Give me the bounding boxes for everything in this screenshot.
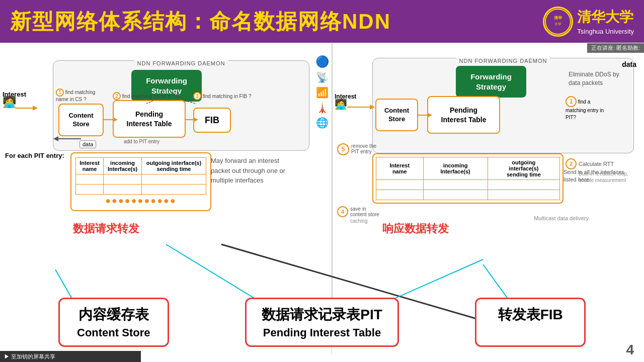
panel-separator (332, 43, 333, 335)
header: 新型网络体系结构：命名数据网络NDN 清华 大学 清华大学 Tsinghua U… (0, 0, 644, 43)
logo-circle: 清华 大学 (543, 7, 573, 37)
pit-box: 数据请求记录表PIT Pending Interest Table (245, 298, 399, 347)
status-bar: ▶ 至加钥的屏幕共享 (0, 351, 141, 362)
pit-dots: ●●●●●●●●●●● (75, 196, 206, 206)
wifi-router-icon: 📡 (316, 71, 329, 83)
svg-marker-6 (193, 117, 198, 122)
tower-icon: 📶 (316, 86, 329, 99)
status-label: ▶ 至加钥的屏幕共享 (4, 353, 55, 360)
fib-box: 转发表FIB (475, 298, 586, 347)
r-col2: incoming Interface(s) (423, 157, 488, 180)
pit-inner-right: Interest name incoming Interface(s) outg… (372, 153, 564, 204)
data-label-right: data (622, 60, 636, 68)
pit-cn: 数据请求记录表PIT (262, 305, 382, 324)
eliminate-ddos: Eliminate DDoS by data packets (569, 70, 644, 87)
red-label-left: 数据请求转发 (73, 221, 139, 236)
bluetooth-icon: 🔵 (315, 55, 329, 68)
fib-cn: 转发表FIB (492, 305, 569, 324)
step2-right: 2 Calculate RTT Built-in feedback loop, … (566, 158, 644, 184)
pit-table-outer: Interest name incoming Interface(s) outg… (70, 152, 211, 211)
person-icon-left: 🧑‍💻 (3, 96, 16, 109)
step4-label: 4 save in content store caching (337, 206, 379, 224)
pit-en: Pending Interest Table (262, 326, 382, 339)
svg-marker-10 (33, 106, 38, 111)
bottom-boxes: 内容缓存表 Content Store 数据请求记录表PIT Pending I… (0, 298, 644, 347)
content-store-box: 内容缓存表 Content Store (58, 298, 169, 347)
step5-label: 5 remove the PIT entry (337, 143, 376, 155)
content-store-cn: 内容缓存表 (75, 305, 152, 324)
step1-label: 1 find matching name in CS ? (56, 88, 95, 103)
add-to-pit: add to PIT entry (124, 139, 159, 144)
data-label-left: data (79, 140, 96, 148)
page-number: 4 (626, 342, 634, 358)
step2-sub: Built-in feedback loop, enable measureme… (579, 170, 644, 184)
step2-label: 2 find matching name in PIT (113, 92, 181, 100)
for-each-pit-label: For each PIT entry: (5, 152, 64, 159)
left-ndn-box: NDN FORWARDING DAEMON Forwarding Strateg… (53, 60, 309, 151)
caching-label: caching (350, 218, 379, 224)
red-label-right: 响应数据转发 (382, 221, 449, 236)
top-info: 正在讲座: 匿名助教: (587, 43, 644, 53)
r-col3: outgoing interface(s) sending time (488, 157, 559, 180)
right-pit-table-container: Interest name incoming Interface(s) outg… (372, 153, 564, 204)
r-col1: Interest name (376, 157, 424, 180)
icons-area: 🔵 📡 📶 🗼 🌐 (315, 55, 329, 129)
svg-marker-4 (113, 117, 118, 122)
svg-marker-12 (427, 113, 432, 118)
svg-marker-8 (53, 136, 58, 141)
left-arrows-svg (53, 61, 309, 150)
may-forward-text: May forward an interest packet out throu… (211, 156, 301, 186)
svg-point-0 (545, 9, 571, 34)
right-pit-table: Interest name incoming Interface(s) outg… (376, 157, 560, 200)
step1-right: 1 find a matching entry in PIT? (566, 96, 626, 121)
col-incoming: incoming Interface(s) (104, 158, 142, 174)
university-name: 清华大学 Tsinghua University (577, 8, 634, 35)
col-outgoing: outgoing interface(s) sending time (141, 158, 206, 174)
multicast-label: Multicast data delivery (534, 215, 589, 221)
person-icon-right: 🧑‍💻 (335, 98, 347, 110)
page-title: 新型网络体系结构：命名数据网络NDN (10, 8, 391, 36)
col-interest-name: Interest name (76, 158, 104, 174)
svg-text:清华: 清华 (554, 16, 562, 20)
content-store-en: Content Store (75, 326, 152, 339)
globe-icon: 🌐 (316, 117, 329, 129)
step3-label: 3 find matching in FIB ? (193, 92, 252, 100)
pit-table: Interest name incoming Interface(s) outg… (75, 157, 206, 195)
tower2-icon: 🗼 (316, 102, 329, 114)
logo-area: 清华 大学 清华大学 Tsinghua University (543, 7, 634, 37)
svg-text:大学: 大学 (554, 22, 561, 26)
